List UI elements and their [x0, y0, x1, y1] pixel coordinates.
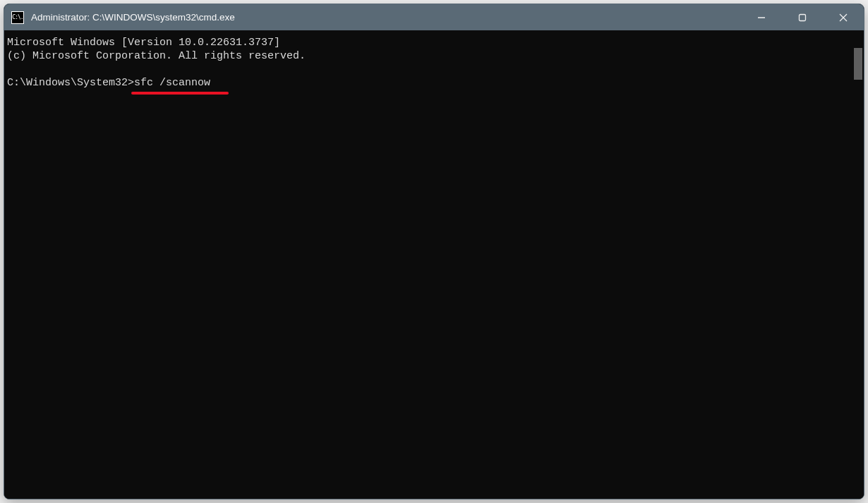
cmd-window: C:\. Administrator: C:\WINDOWS\system32\…: [4, 4, 864, 499]
output-line: Microsoft Windows [Version 10.0.22631.37…: [7, 37, 280, 49]
output-line: (c) Microsoft Corporation. All rights re…: [7, 50, 306, 62]
prompt-text: C:\Windows\System32>: [7, 77, 134, 89]
close-icon: [839, 13, 848, 22]
command-input[interactable]: sfc /scannow: [134, 77, 210, 89]
window-title: Administrator: C:\WINDOWS\system32\cmd.e…: [31, 12, 741, 23]
svg-rect-1: [800, 14, 806, 20]
scrollbar-track[interactable]: [852, 30, 864, 499]
window-controls: [741, 4, 864, 30]
minimize-icon: [757, 13, 766, 22]
annotation-underline: [131, 92, 229, 95]
cmd-icon: C:\.: [11, 11, 24, 24]
close-button[interactable]: [823, 4, 864, 30]
terminal-output[interactable]: Microsoft Windows [Version 10.0.22631.37…: [4, 30, 852, 499]
scrollbar-thumb[interactable]: [854, 48, 862, 80]
maximize-icon: [798, 13, 807, 22]
terminal-area: Microsoft Windows [Version 10.0.22631.37…: [4, 30, 864, 499]
maximize-button[interactable]: [782, 4, 823, 30]
minimize-button[interactable]: [741, 4, 782, 30]
titlebar[interactable]: C:\. Administrator: C:\WINDOWS\system32\…: [4, 4, 864, 30]
